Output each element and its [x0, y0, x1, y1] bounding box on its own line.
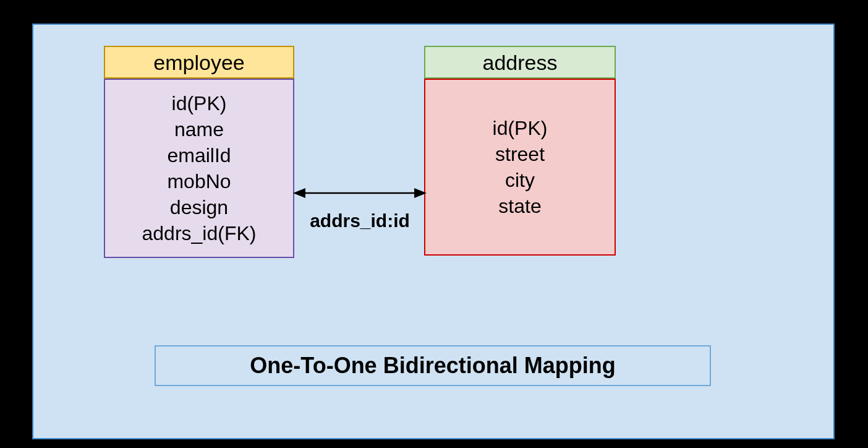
entity-employee: employee id(PK) name emailId mobNo desig…	[104, 46, 294, 258]
employee-field: addrs_id(FK)	[105, 221, 293, 246]
employee-body: id(PK) name emailId mobNo design addrs_i…	[104, 79, 294, 258]
employee-field: name	[105, 117, 293, 142]
address-body: id(PK) street city state	[424, 79, 616, 256]
employee-field: design	[105, 195, 293, 220]
employee-header: employee	[104, 46, 294, 79]
employee-field: id(PK)	[105, 91, 293, 116]
relationship-label: addrs_id:id	[292, 210, 428, 231]
employee-field: emailId	[105, 143, 293, 168]
diagram-container: employee id(PK) name emailId mobNo desig…	[32, 24, 835, 439]
address-field: id(PK)	[425, 116, 615, 140]
bidirectional-arrow-icon	[293, 181, 427, 205]
address-field: street	[425, 142, 615, 166]
address-field: city	[425, 168, 615, 192]
svg-marker-2	[414, 188, 427, 198]
address-header: address	[424, 46, 616, 79]
svg-marker-1	[293, 188, 305, 198]
entity-address: address id(PK) street city state	[424, 46, 616, 256]
address-field: state	[425, 194, 615, 218]
employee-field: mobNo	[105, 169, 293, 194]
diagram-caption: One-To-One Bidirectional Mapping	[155, 345, 711, 386]
